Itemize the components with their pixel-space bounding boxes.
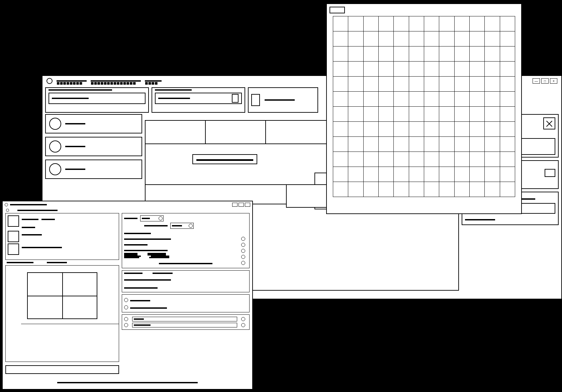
grid-cell[interactable]: [454, 77, 469, 92]
grid-cell[interactable]: [485, 122, 500, 137]
grid-cell[interactable]: [378, 137, 393, 152]
grid-cell[interactable]: [485, 182, 500, 197]
grid-cell[interactable]: [469, 167, 484, 182]
grid-cell[interactable]: [409, 137, 424, 152]
grid-cell[interactable]: [424, 107, 439, 122]
grid-cell[interactable]: [394, 16, 409, 31]
option-radio[interactable]: [241, 323, 245, 327]
grid-cell[interactable]: [454, 92, 469, 107]
grid-cell[interactable]: [485, 167, 500, 182]
grid-cell[interactable]: [469, 92, 484, 107]
color-swatch[interactable]: [545, 169, 555, 177]
grid-cell[interactable]: [485, 31, 500, 46]
grid-cell[interactable]: [378, 46, 393, 62]
minimize-button[interactable]: —: [533, 78, 540, 84]
grid-cell[interactable]: [439, 62, 454, 77]
grid-cell[interactable]: [363, 77, 378, 92]
grid-cell[interactable]: [394, 92, 409, 107]
slider-track[interactable]: [132, 317, 237, 321]
grid-cell[interactable]: [409, 107, 424, 122]
grid-cell[interactable]: [378, 182, 393, 197]
grid-cell[interactable]: [348, 62, 363, 77]
grid-cell[interactable]: [394, 152, 409, 167]
grid-cell[interactable]: [469, 16, 484, 31]
grid-cell[interactable]: [363, 31, 378, 46]
grid-cell[interactable]: [333, 46, 348, 62]
grid-cell[interactable]: [424, 16, 439, 31]
text-field[interactable]: [49, 93, 146, 104]
close-button[interactable]: ×: [550, 78, 557, 84]
grid-cell[interactable]: [333, 16, 348, 31]
sidebar-item[interactable]: [45, 160, 142, 179]
grid-cell[interactable]: [469, 107, 484, 122]
sidebar-item[interactable]: [45, 137, 142, 156]
grid-cell[interactable]: [394, 182, 409, 197]
path-input[interactable]: [5, 365, 119, 374]
grid-cell[interactable]: [439, 152, 454, 167]
grid-cell[interactable]: [424, 167, 439, 182]
grid-cell[interactable]: [500, 107, 515, 122]
close-icon[interactable]: [543, 117, 555, 129]
slider-handle-icon[interactable]: [124, 323, 128, 327]
grid-cell[interactable]: [454, 31, 469, 46]
titlebar[interactable]: [3, 201, 252, 208]
grid-cell[interactable]: [424, 152, 439, 167]
grid-cell[interactable]: [363, 16, 378, 31]
grid-cell[interactable]: [454, 16, 469, 31]
grid-cell[interactable]: [454, 46, 469, 62]
grid-cell[interactable]: [485, 107, 500, 122]
grid-cell[interactable]: [485, 137, 500, 152]
grid-cell[interactable]: [363, 92, 378, 107]
option-radio[interactable]: [124, 305, 128, 309]
option-radio[interactable]: [241, 243, 245, 247]
grid-cell[interactable]: [363, 137, 378, 152]
option-radio[interactable]: [241, 255, 245, 259]
grid-cell[interactable]: [500, 62, 515, 77]
grid-cell[interactable]: [454, 122, 469, 137]
grid-cell[interactable]: [469, 77, 484, 92]
grid-cell[interactable]: [469, 46, 484, 62]
grid-cell[interactable]: [500, 182, 515, 197]
grid-cell[interactable]: [500, 122, 515, 137]
grid-cell[interactable]: [378, 122, 393, 137]
grid-cell[interactable]: [333, 77, 348, 92]
grid-cell[interactable]: [424, 182, 439, 197]
grid-cell[interactable]: [348, 167, 363, 182]
floating-label[interactable]: [192, 154, 257, 164]
toggle-switch[interactable]: [170, 223, 194, 229]
grid-cell[interactable]: [485, 152, 500, 167]
grid-cell[interactable]: [409, 77, 424, 92]
option-radio[interactable]: [241, 249, 245, 253]
quadrant-chart[interactable]: [27, 272, 97, 319]
grid-cell[interactable]: [348, 107, 363, 122]
grid-cell[interactable]: [424, 77, 439, 92]
grid-cell[interactable]: [439, 182, 454, 197]
grid-cell[interactable]: [485, 92, 500, 107]
grid-cell[interactable]: [363, 46, 378, 62]
window-control[interactable]: [239, 203, 244, 207]
grid-cell[interactable]: [348, 182, 363, 197]
grid-cell[interactable]: [469, 137, 484, 152]
grid-cell[interactable]: [348, 152, 363, 167]
data-grid[interactable]: [333, 16, 515, 197]
grid-cell[interactable]: [454, 152, 469, 167]
grid-cell[interactable]: [348, 31, 363, 46]
grid-cell[interactable]: [333, 31, 348, 46]
grid-cell[interactable]: [378, 62, 393, 77]
grid-cell[interactable]: [424, 137, 439, 152]
grid-cell[interactable]: [439, 31, 454, 46]
grid-cell[interactable]: [363, 152, 378, 167]
grid-cell[interactable]: [424, 122, 439, 137]
grid-cell[interactable]: [348, 77, 363, 92]
toggle-switch[interactable]: [140, 215, 164, 221]
tab-handle[interactable]: [330, 7, 345, 13]
grid-cell[interactable]: [469, 122, 484, 137]
grid-cell[interactable]: [333, 152, 348, 167]
grid-cell[interactable]: [394, 77, 409, 92]
grid-cell[interactable]: [409, 152, 424, 167]
grid-cell[interactable]: [333, 137, 348, 152]
grid-cell[interactable]: [333, 182, 348, 197]
slider-track[interactable]: [132, 323, 237, 327]
grid-cell[interactable]: [378, 167, 393, 182]
grid-cell[interactable]: [424, 46, 439, 62]
